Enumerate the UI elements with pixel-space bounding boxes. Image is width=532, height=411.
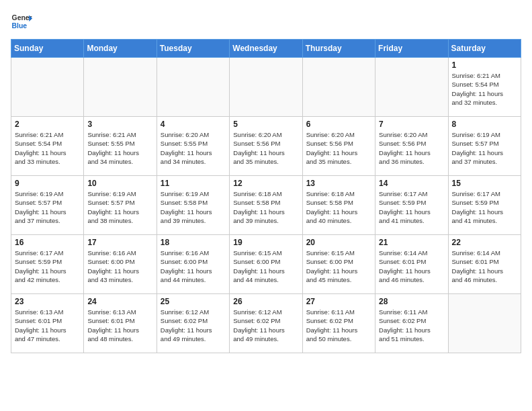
day-info: Sunrise: 6:18 AM Sunset: 5:58 PM Dayligh… <box>233 189 298 225</box>
day-number: 24 <box>87 297 152 306</box>
calendar-cell: 6Sunrise: 6:20 AM Sunset: 5:56 PM Daylig… <box>302 117 375 176</box>
day-info: Sunrise: 6:16 AM Sunset: 6:00 PM Dayligh… <box>87 248 152 284</box>
calendar-cell: 10Sunrise: 6:19 AM Sunset: 5:57 PM Dayli… <box>84 176 157 235</box>
calendar-cell: 24Sunrise: 6:13 AM Sunset: 6:01 PM Dayli… <box>84 294 157 353</box>
calendar-header-row: SundayMondayTuesdayWednesdayThursdayFrid… <box>11 40 521 58</box>
day-info: Sunrise: 6:20 AM Sunset: 5:56 PM Dayligh… <box>306 130 371 166</box>
day-info: Sunrise: 6:21 AM Sunset: 5:54 PM Dayligh… <box>452 71 517 107</box>
day-number: 15 <box>452 179 517 188</box>
day-number: 23 <box>15 297 80 306</box>
col-header-monday: Monday <box>84 40 157 58</box>
day-number: 4 <box>161 120 226 129</box>
day-info: Sunrise: 6:11 AM Sunset: 6:02 PM Dayligh… <box>379 308 444 343</box>
day-info: Sunrise: 6:13 AM Sunset: 6:01 PM Dayligh… <box>87 308 152 343</box>
col-header-thursday: Thursday <box>302 40 375 58</box>
calendar-cell: 11Sunrise: 6:19 AM Sunset: 5:58 PM Dayli… <box>157 176 229 235</box>
col-header-saturday: Saturday <box>448 40 521 58</box>
calendar-cell: 25Sunrise: 6:12 AM Sunset: 6:02 PM Dayli… <box>157 294 229 353</box>
calendar-cell: 4Sunrise: 6:20 AM Sunset: 5:55 PM Daylig… <box>157 117 229 176</box>
calendar-cell <box>230 58 302 117</box>
day-info: Sunrise: 6:19 AM Sunset: 5:58 PM Dayligh… <box>161 189 226 225</box>
day-info: Sunrise: 6:12 AM Sunset: 6:02 PM Dayligh… <box>233 308 298 343</box>
week-row-5: 23Sunrise: 6:13 AM Sunset: 6:01 PM Dayli… <box>11 294 521 353</box>
day-number: 20 <box>306 238 371 247</box>
day-info: Sunrise: 6:14 AM Sunset: 6:01 PM Dayligh… <box>452 248 517 284</box>
calendar-cell: 14Sunrise: 6:17 AM Sunset: 5:59 PM Dayli… <box>375 176 448 235</box>
day-info: Sunrise: 6:19 AM Sunset: 5:57 PM Dayligh… <box>87 189 152 225</box>
day-number: 18 <box>161 238 226 247</box>
calendar-cell: 20Sunrise: 6:15 AM Sunset: 6:00 PM Dayli… <box>302 235 375 294</box>
calendar-cell: 15Sunrise: 6:17 AM Sunset: 5:59 PM Dayli… <box>448 176 521 235</box>
col-header-friday: Friday <box>375 40 448 58</box>
day-number: 28 <box>379 297 444 306</box>
day-number: 2 <box>15 120 80 129</box>
calendar-cell: 13Sunrise: 6:18 AM Sunset: 5:58 PM Dayli… <box>302 176 375 235</box>
calendar-cell: 1Sunrise: 6:21 AM Sunset: 5:54 PM Daylig… <box>448 58 521 117</box>
calendar-cell <box>375 58 448 117</box>
calendar-cell: 7Sunrise: 6:20 AM Sunset: 5:56 PM Daylig… <box>375 117 448 176</box>
day-number: 27 <box>306 297 371 306</box>
day-number: 19 <box>233 238 298 247</box>
calendar-cell: 27Sunrise: 6:11 AM Sunset: 6:02 PM Dayli… <box>302 294 375 353</box>
day-number: 9 <box>15 179 80 188</box>
calendar-cell: 18Sunrise: 6:16 AM Sunset: 6:00 PM Dayli… <box>157 235 229 294</box>
calendar-cell <box>157 58 229 117</box>
day-info: Sunrise: 6:11 AM Sunset: 6:02 PM Dayligh… <box>306 308 371 343</box>
day-info: Sunrise: 6:15 AM Sunset: 6:00 PM Dayligh… <box>233 248 298 284</box>
day-info: Sunrise: 6:20 AM Sunset: 5:56 PM Dayligh… <box>233 130 298 166</box>
calendar-cell: 19Sunrise: 6:15 AM Sunset: 6:00 PM Dayli… <box>230 235 302 294</box>
calendar-cell: 17Sunrise: 6:16 AM Sunset: 6:00 PM Dayli… <box>84 235 157 294</box>
calendar-cell: 2Sunrise: 6:21 AM Sunset: 5:54 PM Daylig… <box>11 117 84 176</box>
day-number: 3 <box>87 120 152 129</box>
day-number: 11 <box>161 179 226 188</box>
col-header-wednesday: Wednesday <box>230 40 302 58</box>
day-number: 6 <box>306 120 371 129</box>
calendar-cell <box>448 294 521 353</box>
day-info: Sunrise: 6:20 AM Sunset: 5:56 PM Dayligh… <box>379 130 444 166</box>
day-info: Sunrise: 6:14 AM Sunset: 6:01 PM Dayligh… <box>379 248 444 284</box>
calendar-cell: 8Sunrise: 6:19 AM Sunset: 5:57 PM Daylig… <box>448 117 521 176</box>
day-number: 25 <box>161 297 226 306</box>
day-number: 13 <box>306 179 371 188</box>
week-row-3: 9Sunrise: 6:19 AM Sunset: 5:57 PM Daylig… <box>11 176 521 235</box>
calendar-cell: 23Sunrise: 6:13 AM Sunset: 6:01 PM Dayli… <box>11 294 84 353</box>
day-info: Sunrise: 6:15 AM Sunset: 6:00 PM Dayligh… <box>306 248 371 284</box>
day-info: Sunrise: 6:13 AM Sunset: 6:01 PM Dayligh… <box>15 308 80 343</box>
logo-icon: General Blue <box>11 11 32 32</box>
day-info: Sunrise: 6:12 AM Sunset: 6:02 PM Dayligh… <box>161 308 226 343</box>
week-row-2: 2Sunrise: 6:21 AM Sunset: 5:54 PM Daylig… <box>11 117 521 176</box>
col-header-sunday: Sunday <box>11 40 84 58</box>
day-number: 14 <box>379 179 444 188</box>
day-info: Sunrise: 6:17 AM Sunset: 5:59 PM Dayligh… <box>379 189 444 225</box>
day-number: 12 <box>233 179 298 188</box>
day-info: Sunrise: 6:19 AM Sunset: 5:57 PM Dayligh… <box>15 189 80 225</box>
day-number: 8 <box>452 120 517 129</box>
col-header-tuesday: Tuesday <box>157 40 229 58</box>
day-info: Sunrise: 6:18 AM Sunset: 5:58 PM Dayligh… <box>306 189 371 225</box>
week-row-1: 1Sunrise: 6:21 AM Sunset: 5:54 PM Daylig… <box>11 58 521 117</box>
calendar-cell: 12Sunrise: 6:18 AM Sunset: 5:58 PM Dayli… <box>230 176 302 235</box>
calendar-cell: 9Sunrise: 6:19 AM Sunset: 5:57 PM Daylig… <box>11 176 84 235</box>
day-info: Sunrise: 6:21 AM Sunset: 5:54 PM Dayligh… <box>15 130 80 166</box>
day-number: 26 <box>233 297 298 306</box>
calendar-cell: 22Sunrise: 6:14 AM Sunset: 6:01 PM Dayli… <box>448 235 521 294</box>
day-number: 21 <box>379 238 444 247</box>
calendar-cell <box>11 58 84 117</box>
page-header: General Blue <box>11 11 521 32</box>
calendar-table: SundayMondayTuesdayWednesdayThursdayFrid… <box>11 39 521 353</box>
day-number: 10 <box>87 179 152 188</box>
week-row-4: 16Sunrise: 6:17 AM Sunset: 5:59 PM Dayli… <box>11 235 521 294</box>
day-number: 7 <box>379 120 444 129</box>
day-info: Sunrise: 6:17 AM Sunset: 5:59 PM Dayligh… <box>15 248 80 284</box>
day-number: 22 <box>452 238 517 247</box>
day-info: Sunrise: 6:16 AM Sunset: 6:00 PM Dayligh… <box>161 248 226 284</box>
day-number: 1 <box>452 60 517 70</box>
calendar-cell <box>84 58 157 117</box>
logo: General Blue <box>11 11 32 32</box>
calendar-cell: 5Sunrise: 6:20 AM Sunset: 5:56 PM Daylig… <box>230 117 302 176</box>
calendar-cell: 21Sunrise: 6:14 AM Sunset: 6:01 PM Dayli… <box>375 235 448 294</box>
day-info: Sunrise: 6:20 AM Sunset: 5:55 PM Dayligh… <box>161 130 226 166</box>
day-info: Sunrise: 6:19 AM Sunset: 5:57 PM Dayligh… <box>452 130 517 166</box>
day-info: Sunrise: 6:21 AM Sunset: 5:55 PM Dayligh… <box>87 130 152 166</box>
day-number: 5 <box>233 120 298 129</box>
